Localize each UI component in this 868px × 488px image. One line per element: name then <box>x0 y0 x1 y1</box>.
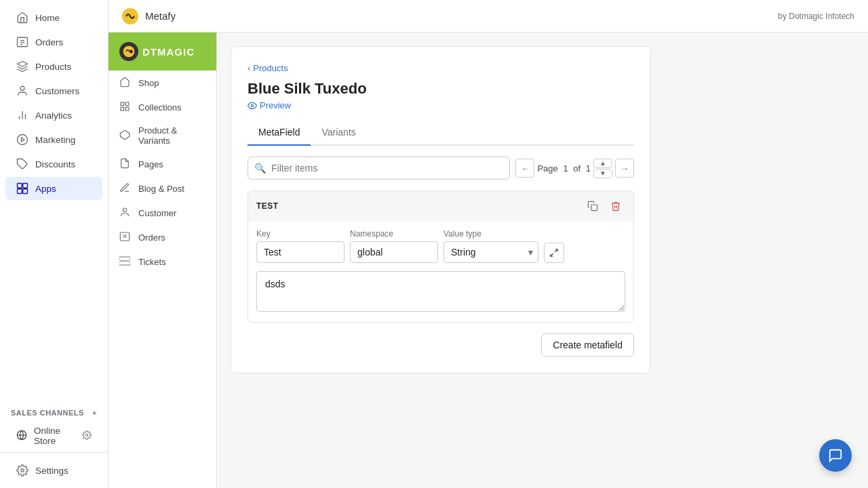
secondary-orders-icon <box>119 231 132 243</box>
tab-variants[interactable]: Variants <box>311 121 366 146</box>
breadcrumb-label: Products <box>253 63 288 73</box>
filter-input-wrap: 🔍 <box>248 157 510 180</box>
secondary-sidebar-item-pages[interactable]: Pages <box>108 152 216 176</box>
secondary-sidebar-item-customer[interactable]: Customer <box>108 201 216 225</box>
filter-bar: 🔍 ← Page 1 of 1 ▲ <box>248 157 634 180</box>
add-sales-channel-icon[interactable]: + <box>92 409 97 417</box>
sidebar-item-label: Discounts <box>35 159 75 169</box>
prev-page-button[interactable]: ← <box>515 159 534 178</box>
message-fab[interactable] <box>819 439 852 472</box>
sidebar-item-apps[interactable]: Apps <box>5 177 102 200</box>
sidebar-item-online-store[interactable]: Online Store <box>5 420 102 451</box>
copy-metafield-button[interactable] <box>583 197 602 216</box>
sidebar-item-label: Apps <box>35 184 56 194</box>
product-card: ‹ Products Blue Silk Tuxedo Preview Meta… <box>231 46 651 373</box>
metafield-section-header: TEST <box>248 191 633 221</box>
sidebar-item-discounts[interactable]: Discounts <box>5 152 102 176</box>
svg-rect-13 <box>18 189 22 194</box>
namespace-input[interactable] <box>350 241 438 263</box>
secondary-sidebar: DTMAGIC Shop Collections Produ <box>108 33 217 488</box>
eye-icon <box>248 101 257 110</box>
secondary-sidebar-item-tickets[interactable]: Tickets <box>108 249 216 274</box>
svg-line-34 <box>555 249 557 252</box>
online-store-settings-icon[interactable] <box>82 430 92 442</box>
metafield-value-input[interactable]: dsds <box>256 271 625 312</box>
svg-marker-26 <box>120 130 129 139</box>
brand-name-label: DTMAGIC <box>142 46 195 58</box>
discounts-icon <box>16 158 28 170</box>
orders-icon <box>16 36 28 48</box>
secondary-sidebar-item-blog-post[interactable]: Blog & Post <box>108 176 216 201</box>
create-metafield-button[interactable]: Create metafield <box>541 333 634 357</box>
customers-icon <box>16 85 28 97</box>
tickets-icon <box>119 256 132 268</box>
page-up-button[interactable]: ▲ <box>593 159 612 168</box>
sidebar-item-customers[interactable]: Customers <box>5 79 102 102</box>
field-group-key: Key <box>256 229 344 263</box>
sidebar-item-settings[interactable]: Settings <box>5 459 102 482</box>
app-topbar: Metafy by Dotmagic Infotech <box>108 0 868 33</box>
key-label: Key <box>256 229 344 239</box>
page-stepper: ▲ ▼ <box>593 159 612 178</box>
svg-rect-22 <box>121 102 124 106</box>
breadcrumb[interactable]: ‹ Products <box>248 63 634 73</box>
metafield-section-title: TEST <box>256 201 279 211</box>
svg-rect-24 <box>121 107 124 110</box>
product-title: Blue Silk Tuxedo <box>248 80 634 98</box>
message-icon <box>828 448 843 463</box>
secondary-sidebar-label: Tickets <box>138 257 166 267</box>
settings-label: Settings <box>35 466 68 476</box>
secondary-sidebar-label: Shop <box>138 78 159 88</box>
sidebar-item-orders[interactable]: Orders <box>5 30 102 54</box>
online-store-label: Online Store <box>34 426 82 446</box>
secondary-sidebar-item-orders[interactable]: Orders <box>108 225 216 249</box>
svg-rect-14 <box>23 189 28 194</box>
blog-icon <box>119 182 132 195</box>
metafield-fields: Key Namespace Value type <box>248 221 633 271</box>
value-type-select[interactable]: String Integer JSON string Boolean <box>443 241 538 263</box>
preview-label: Preview <box>260 100 291 110</box>
sidebar-item-marketing[interactable]: Marketing <box>5 128 102 151</box>
copy-icon <box>587 201 598 211</box>
svg-point-32 <box>251 104 254 107</box>
apps-icon <box>16 182 28 195</box>
expand-value-button[interactable] <box>544 243 564 263</box>
marketing-icon <box>16 134 28 146</box>
sidebar-item-home[interactable]: Home <box>5 6 102 29</box>
sidebar-item-label: Products <box>35 62 71 72</box>
field-group-value-type: Value type String Integer JSON string Bo… <box>443 229 538 263</box>
secondary-sidebar-item-collections[interactable]: Collections <box>108 95 216 119</box>
next-page-button[interactable]: → <box>615 159 634 178</box>
svg-rect-11 <box>18 184 22 188</box>
preview-link[interactable]: Preview <box>248 100 634 110</box>
customer-icon <box>119 207 132 219</box>
key-input[interactable] <box>256 241 344 263</box>
svg-rect-12 <box>23 184 28 188</box>
filter-input[interactable] <box>248 157 510 180</box>
secondary-sidebar-label: Pages <box>138 159 163 169</box>
tab-metafield[interactable]: MetaField <box>248 121 311 146</box>
secondary-sidebar-label: Product & Variants <box>138 125 205 146</box>
page-down-button[interactable]: ▼ <box>593 169 612 178</box>
delete-metafield-button[interactable] <box>606 197 625 216</box>
sidebar-item-products[interactable]: Products <box>5 55 102 78</box>
metafield-section: TEST <box>248 190 634 323</box>
sidebar-item-analytics[interactable]: Analytics <box>5 104 102 127</box>
secondary-sidebar-item-product-variants[interactable]: Product & Variants <box>108 119 216 152</box>
secondary-sidebar-label: Blog & Post <box>138 184 184 194</box>
products-icon <box>16 60 28 73</box>
trash-icon <box>610 201 621 211</box>
secondary-sidebar-item-shop[interactable]: Shop <box>108 70 216 95</box>
app-by-label: by Dotmagic Infotech <box>778 12 854 21</box>
svg-point-18 <box>21 469 24 472</box>
svg-rect-25 <box>125 107 129 110</box>
breadcrumb-arrow-icon: ‹ <box>248 63 250 73</box>
page-label: Page 1 of 1 <box>537 163 591 174</box>
search-icon: 🔍 <box>254 163 266 174</box>
metafield-section-actions <box>583 197 625 216</box>
svg-point-8 <box>18 135 28 145</box>
field-group-namespace: Namespace <box>350 229 438 263</box>
settings-icon <box>16 464 28 476</box>
pages-icon <box>119 158 132 170</box>
product-tabs: MetaField Variants <box>248 121 634 146</box>
